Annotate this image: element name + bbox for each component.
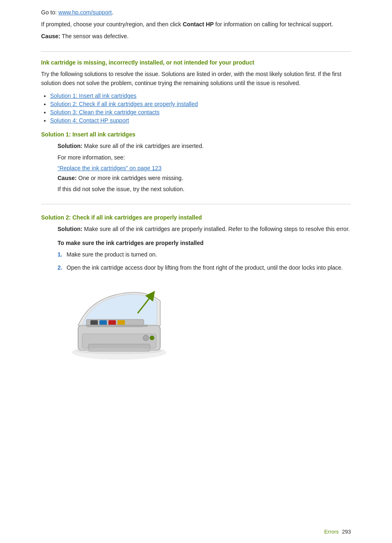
page-footer: Errors293 bbox=[321, 529, 351, 535]
if-not-solved: If this did not solve the issue, try the… bbox=[58, 185, 351, 194]
page-content: Go to: www.hp.com/support. If prompted, … bbox=[0, 0, 392, 395]
for-more-text: For more information, see: bbox=[58, 153, 351, 162]
cause-paragraph-top: Cause: The sensor was defective. bbox=[41, 32, 351, 41]
intro-text: Try the following solutions to resolve t… bbox=[41, 70, 351, 88]
goto-prefix: Go to: bbox=[41, 9, 58, 16]
svg-point-9 bbox=[143, 335, 149, 341]
step-1: 1. Make sure the product is turned on. bbox=[58, 250, 351, 259]
step-1-num: 1. bbox=[58, 250, 67, 259]
cause1-paragraph: Cause: One or more ink cartridges were m… bbox=[58, 174, 351, 183]
step-2-text: Open the ink cartridge access door by li… bbox=[67, 263, 343, 273]
steps-list: 1. Make sure the product is turned on. 2… bbox=[58, 250, 351, 272]
cause-label-top: Cause: bbox=[41, 33, 60, 39]
solution2-body: Make sure all of the ink cartridges are … bbox=[83, 226, 350, 232]
printer-illustration bbox=[66, 280, 173, 363]
contact-suffix: for information on calling for technical… bbox=[214, 21, 333, 28]
hp-support-link[interactable]: www.hp.com/support bbox=[58, 9, 112, 16]
contact-paragraph: If prompted, choose your country/region,… bbox=[41, 20, 351, 29]
solution-link-2[interactable]: Solution 2: Check if all ink cartridges … bbox=[50, 101, 198, 107]
step-2-num: 2. bbox=[58, 263, 67, 273]
solution-link-3[interactable]: Solution 3: Clean the ink cartridge cont… bbox=[50, 109, 159, 116]
solution-link-4[interactable]: Solution 4: Contact HP support bbox=[50, 117, 129, 124]
solution1-block: Solution 1: Insert all ink cartridges So… bbox=[41, 131, 351, 194]
contact-text: If prompted, choose your country/region,… bbox=[41, 21, 183, 28]
contact-bold: Contact HP bbox=[183, 21, 214, 28]
divider bbox=[41, 204, 351, 204]
footer-label: Errors bbox=[324, 529, 339, 535]
solution1-text: Solution: Make sure all of the ink cartr… bbox=[58, 142, 351, 151]
solution2-label: Solution: bbox=[58, 226, 83, 232]
svg-point-10 bbox=[150, 336, 154, 340]
step-2: 2. Open the ink cartridge access door by… bbox=[58, 263, 351, 273]
svg-rect-11 bbox=[86, 325, 148, 327]
footer-page: 293 bbox=[342, 529, 351, 535]
solution-link-1[interactable]: Solution 1: Insert all ink cartridges bbox=[50, 92, 136, 99]
cause1-label: Cause: bbox=[58, 175, 77, 181]
solution2-heading: Solution 2: Check if all ink cartridges … bbox=[41, 214, 351, 221]
solution1-indented: Solution: Make sure all of the ink cartr… bbox=[41, 142, 351, 194]
list-item: Solution 1: Insert all ink cartridges bbox=[50, 92, 351, 99]
svg-point-12 bbox=[76, 348, 162, 354]
solution1-label: Solution: bbox=[58, 143, 83, 149]
top-section: Go to: www.hp.com/support. If prompted, … bbox=[41, 8, 351, 52]
solution1-heading: Solution 1: Insert all ink cartridges bbox=[41, 131, 351, 138]
printer-image-container bbox=[66, 280, 173, 363]
solution2-text: Solution: Make sure all of the ink cartr… bbox=[58, 225, 351, 234]
solution1-body: Make sure all of the ink cartridges are … bbox=[83, 143, 204, 149]
step-1-text: Make sure the product is turned on. bbox=[67, 250, 157, 259]
cause1-text: One or more ink cartridges were missing. bbox=[77, 175, 183, 181]
list-item: Solution 3: Clean the ink cartridge cont… bbox=[50, 109, 351, 116]
bullet-list: Solution 1: Insert all ink cartridges So… bbox=[41, 92, 351, 124]
goto-paragraph: Go to: www.hp.com/support. bbox=[41, 8, 351, 17]
solution2-block: Solution 2: Check if all ink cartridges … bbox=[41, 214, 351, 363]
solution2-indented: Solution: Make sure all of the ink cartr… bbox=[41, 225, 351, 363]
sub-heading: To make sure the ink cartridges are prop… bbox=[58, 240, 351, 246]
replace-cartridges-link[interactable]: “Replace the ink cartridges” on page 123 bbox=[58, 165, 351, 171]
cause-text-top: The sensor was defective. bbox=[60, 33, 129, 39]
list-item: Solution 4: Contact HP support bbox=[50, 117, 351, 124]
section-heading: Ink cartridge is missing, incorrectly in… bbox=[41, 59, 351, 66]
list-item: Solution 2: Check if all ink cartridges … bbox=[50, 101, 351, 107]
